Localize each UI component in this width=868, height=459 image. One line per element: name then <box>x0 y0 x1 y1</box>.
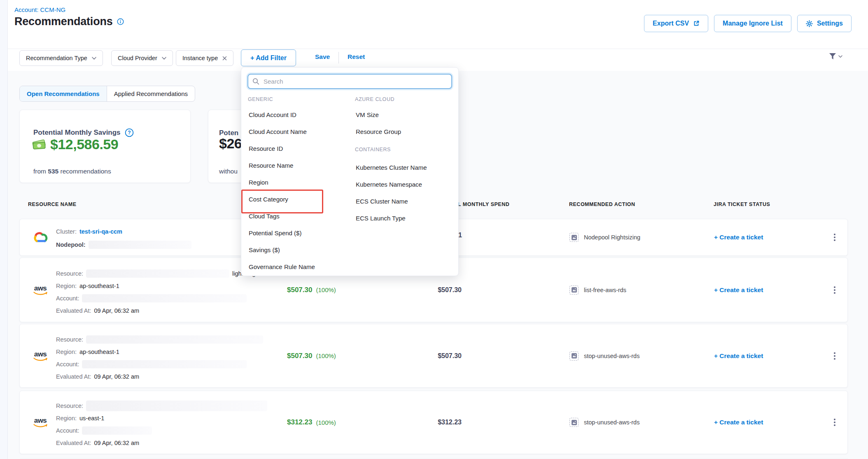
chevron-down-icon <box>838 55 842 58</box>
potential-monthly-savings-card: Potential Monthly Savings ? $12,586.59 f… <box>19 110 191 183</box>
evaluated-value: 09 Apr, 06:32 am <box>94 373 139 380</box>
filter-option-resource-group[interactable]: Resource Group <box>355 123 454 140</box>
section-header-generic: GENERIC <box>248 92 352 106</box>
dropdown-generic-column: GENERIC Cloud Account ID Cloud Account N… <box>248 92 352 275</box>
redacted-account-value <box>82 426 152 435</box>
row-menu-kebab-icon[interactable] <box>832 232 837 243</box>
dropdown-cloud-column: AZURE CLOUD VM Size Resource Group CONTA… <box>355 92 454 227</box>
evaluated-value: 09 Apr, 06:32 am <box>94 307 139 314</box>
column-header-resource-name: RESOURCE NAME <box>28 201 77 207</box>
manage-ignore-list-button[interactable]: Manage Ignore List <box>714 15 791 32</box>
redacted-resource-value <box>86 269 229 278</box>
topbar-actions: Export CSV Manage Ignore List Settings <box>644 15 852 32</box>
savings-percent: (100%) <box>316 286 336 293</box>
tab-applied-recommendations[interactable]: Applied Recommendations <box>107 86 195 101</box>
save-filter-link[interactable]: Save <box>315 53 330 61</box>
total-spend-cell: $312.23 <box>438 391 462 454</box>
nodepool-line: Nodepool: <box>56 239 191 251</box>
aws-icon: aws <box>31 417 50 428</box>
evaluated-line: Evaluated At: 09 Apr, 06:32 am <box>56 305 139 316</box>
jira-ticket-cell: + Create a ticket <box>714 324 763 387</box>
account-line: Account: <box>56 293 247 304</box>
evaluated-value: 09 Apr, 06:32 am <box>94 440 139 446</box>
redacted-resource-value <box>86 335 263 344</box>
row-menu-kebab-icon[interactable] <box>832 351 837 361</box>
create-ticket-link[interactable]: + Create a ticket <box>714 234 763 241</box>
recommendation-type-icon <box>569 233 579 242</box>
row-menu-kebab-icon[interactable] <box>832 285 837 295</box>
filter-chip-instance-type[interactable]: Instance type <box>176 50 233 66</box>
filter-chip-cloud-provider[interactable]: Cloud Provider <box>111 50 173 66</box>
potential-savings-cell: $507.30 (100%) <box>287 324 336 387</box>
jira-ticket-cell: + Create a ticket <box>714 219 763 255</box>
table-row[interactable]: aws Resource: Region: ap-southeast-1 Acc… <box>19 324 848 388</box>
cluster-name-link[interactable]: test-sri-qa-ccm <box>79 228 122 235</box>
evaluated-line: Evaluated At: 09 Apr, 06:32 am <box>56 371 139 382</box>
recommended-action-label: Nodepool Rightsizing <box>584 234 640 241</box>
filter-option-resource-id[interactable]: Resource ID <box>248 140 352 157</box>
filter-option-savings[interactable]: Savings ($) <box>248 241 352 258</box>
export-csv-button[interactable]: Export CSV <box>644 15 708 32</box>
savings-amount: $507.30 <box>287 286 312 294</box>
cluster-label: Cluster: <box>56 228 77 235</box>
jira-ticket-cell: + Create a ticket <box>714 258 763 322</box>
table-row[interactable]: aws Resource: Region: us-east-1 Account:… <box>19 391 848 454</box>
savings-percent: (100%) <box>316 352 336 359</box>
filter-option-region[interactable]: Region <box>248 174 352 191</box>
filter-option-resource-name[interactable]: Resource Name <box>248 157 352 174</box>
filter-option-cloud-tags[interactable]: Cloud Tags <box>248 208 352 225</box>
help-icon[interactable]: ? <box>125 128 134 137</box>
search-icon <box>252 78 259 85</box>
savings-count: 535 <box>48 168 58 175</box>
resource-label: Resource: <box>56 270 83 277</box>
filter-option-kubernetes-cluster-name[interactable]: Kubernetes Cluster Name <box>355 159 454 176</box>
tab-open-recommendations[interactable]: Open Recommendations <box>20 86 107 101</box>
filter-option-cloud-account-name[interactable]: Cloud Account Name <box>248 123 352 140</box>
manage-ignore-list-label: Manage Ignore List <box>723 20 783 27</box>
filter-option-potential-spend[interactable]: Potential Spend ($) <box>248 225 352 241</box>
filter-option-ecs-cluster-name[interactable]: ECS Cluster Name <box>355 193 454 210</box>
filter-option-kubernetes-namespace[interactable]: Kubernetes Namespace <box>355 176 454 193</box>
create-ticket-link[interactable]: + Create a ticket <box>714 419 763 426</box>
add-filter-button[interactable]: + Add Filter <box>241 49 296 66</box>
redacted-resource-value <box>86 400 267 411</box>
savings-amount: $507.30 <box>287 352 312 360</box>
row-menu-kebab-icon[interactable] <box>832 417 837 428</box>
filter-panel-toggle[interactable] <box>828 52 842 61</box>
savings-card-title: Potential Monthly Savings <box>33 129 121 137</box>
region-label: Region: <box>56 283 77 289</box>
filter-chip-recommendation-type[interactable]: Recommendation Type <box>19 50 103 66</box>
savings-card-title-row: Potential Monthly Savings ? <box>33 128 134 137</box>
resource-label: Resource: <box>56 403 83 409</box>
recommendation-type-icon <box>569 418 579 427</box>
column-header-recommended-action: RECOMMENDED ACTION <box>569 201 635 207</box>
region-value: ap-southeast-1 <box>79 349 119 355</box>
resource-label: Resource: <box>56 336 83 343</box>
savings-amount: $12,586.59 <box>50 136 118 152</box>
chevron-down-icon <box>92 57 96 60</box>
close-icon[interactable] <box>222 56 227 61</box>
info-icon[interactable] <box>117 18 124 25</box>
region-label: Region: <box>56 349 77 355</box>
breadcrumb-account[interactable]: Account: CCM-NG <box>14 6 65 13</box>
recommendations-tabs: Open Recommendations Applied Recommendat… <box>19 86 195 102</box>
recommendation-type-icon <box>569 286 579 295</box>
reset-filter-link[interactable]: Reset <box>348 53 365 61</box>
create-ticket-link[interactable]: + Create a ticket <box>714 286 763 294</box>
recommended-action-label: stop-unused-aws-rds <box>584 419 639 426</box>
filter-option-ecs-launch-type[interactable]: ECS Launch Type <box>355 210 454 227</box>
money-icon <box>31 138 47 151</box>
nodepool-label: Nodepool: <box>56 241 86 248</box>
filter-option-cost-category[interactable]: Cost Category <box>248 191 352 208</box>
filter-option-governance-rule-name[interactable]: Governance Rule Name <box>248 258 352 275</box>
filter-option-cloud-account-id[interactable]: Cloud Account ID <box>248 106 352 123</box>
cluster-line: Cluster: test-sri-qa-ccm <box>56 226 122 237</box>
settings-button[interactable]: Settings <box>797 15 852 32</box>
filter-option-vm-size[interactable]: VM Size <box>355 106 454 123</box>
total-spend-fragment: 1 <box>458 232 462 239</box>
search-input[interactable] <box>263 77 447 85</box>
region-value: ap-southeast-1 <box>79 283 119 289</box>
create-ticket-link[interactable]: + Create a ticket <box>714 352 763 360</box>
jira-ticket-cell: + Create a ticket <box>714 391 763 454</box>
section-header-azure-cloud: AZURE CLOUD <box>355 92 454 106</box>
